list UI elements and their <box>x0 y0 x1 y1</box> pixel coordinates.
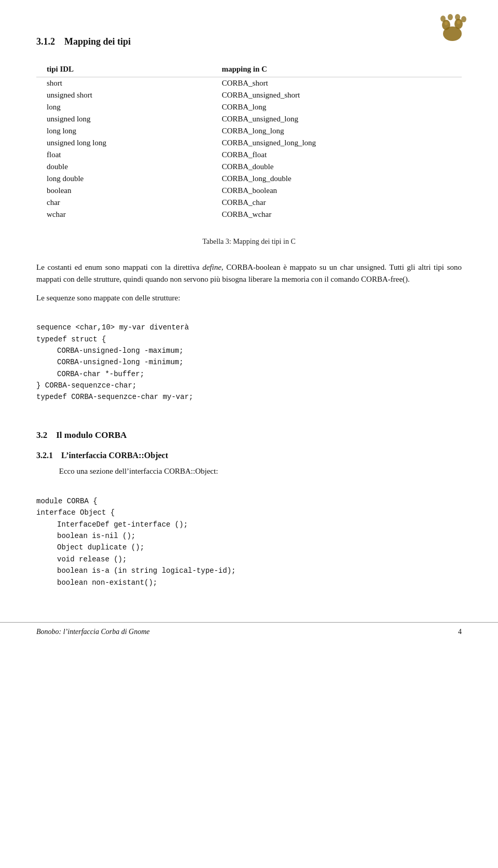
corba-code-block: module CORBA { interface Object { Interf… <box>36 484 462 600</box>
svg-point-4 <box>448 14 453 20</box>
page-wrapper: 3.1.2 Mapping dei tipi tipi IDL mapping … <box>0 0 498 652</box>
table-row: shortCORBA_short <box>36 77 462 90</box>
svg-point-5 <box>455 14 460 20</box>
idl-type-cell: unsigned short <box>36 89 211 101</box>
footer-page: 4 <box>458 628 462 636</box>
paragraph-1: Le costanti ed enum sono mappati con la … <box>36 261 462 286</box>
c-type-cell: CORBA_boolean <box>211 185 462 197</box>
c-type-cell: CORBA_long_long <box>211 125 462 137</box>
section-heading: 3.1.2 Mapping dei tipi <box>36 36 462 47</box>
table-row: longCORBA_long <box>36 101 462 113</box>
code-line-3: CORBA‑char *‑buffer; <box>57 370 144 378</box>
code-sequence: sequence <char,10> my‑var diventerà type… <box>36 310 462 415</box>
table-row: unsigned long longCORBA_unsigned_long_lo… <box>36 137 462 149</box>
code-line-1: CORBA‑unsigned‑long ‑maximum; <box>57 347 184 355</box>
corba-line-2: boolean is‑nil (); <box>57 532 135 540</box>
corba-line-1: InterfaceDef get‑interface (); <box>57 520 188 529</box>
c-type-cell: CORBA_long_double <box>211 173 462 185</box>
corba-line-5: boolean is‑a (in string logical‑type‑id)… <box>57 567 236 575</box>
footer: Bonobo: l’interfaccia Corba di Gnome 4 <box>0 622 498 641</box>
footer-title: Bonobo: l’interfaccia Corba di Gnome <box>36 628 150 636</box>
code-close: } CORBA‑sequenzce‑char; <box>36 381 136 390</box>
table-row: unsigned shortCORBA_unsigned_short <box>36 89 462 101</box>
typedef-struct: typedef struct { <box>36 335 106 343</box>
section-title: Mapping dei tipi <box>64 36 131 47</box>
col-header-c: mapping in C <box>211 63 462 77</box>
c-type-cell: CORBA_double <box>211 161 462 173</box>
table-row: long longCORBA_long_long <box>36 125 462 137</box>
corba-line-3: Object duplicate (); <box>57 543 144 552</box>
idl-type-cell: unsigned long <box>36 113 211 125</box>
c-type-cell: CORBA_float <box>211 149 462 161</box>
section-3-2-1-title: L’interfaccia CORBA::Object <box>61 451 168 460</box>
table-row: long doubleCORBA_long_double <box>36 173 462 185</box>
c-type-cell: CORBA_long <box>211 101 462 113</box>
idl-type-cell: char <box>36 197 211 209</box>
sequence-label: sequence <char,10> my‑var diventerà <box>36 323 189 332</box>
c-type-cell: CORBA_wchar <box>211 209 462 222</box>
idl-type-cell: wchar <box>36 209 211 222</box>
table-row: floatCORBA_float <box>36 149 462 161</box>
section-3-2-1-number: 3.2.1 <box>36 451 53 460</box>
table-caption: Tabella 3: Mapping dei tipi in C <box>36 238 462 246</box>
corba-line-4: void release (); <box>57 555 127 563</box>
c-type-cell: CORBA_short <box>211 77 462 90</box>
idl-type-cell: long <box>36 101 211 113</box>
svg-point-8 <box>457 21 460 24</box>
idl-type-cell: long long <box>36 125 211 137</box>
svg-point-7 <box>445 22 448 25</box>
table-row: unsigned longCORBA_unsigned_long <box>36 113 462 125</box>
section-3-2-number: 3.2 <box>36 430 47 440</box>
table-row: charCORBA_char <box>36 197 462 209</box>
table-row: booleanCORBA_boolean <box>36 185 462 197</box>
table-row: doubleCORBA_double <box>36 161 462 173</box>
c-type-cell: CORBA_char <box>211 197 462 209</box>
idl-type-cell: short <box>36 77 211 90</box>
c-type-cell: CORBA_unsigned_short <box>211 89 462 101</box>
col-header-idl: tipi IDL <box>36 63 211 77</box>
idl-type-cell: boolean <box>36 185 211 197</box>
c-type-cell: CORBA_unsigned_long <box>211 113 462 125</box>
paragraph-2: Le sequenze sono mappate con delle strut… <box>36 292 462 304</box>
section-3-2-title: Il modulo CORBA <box>56 430 127 440</box>
idl-type-cell: double <box>36 161 211 173</box>
typedef-end: typedef CORBA‑sequenzce‑char my‑var; <box>36 393 193 401</box>
gnome-logo-icon <box>436 10 469 44</box>
logo-area <box>436 10 472 47</box>
svg-point-6 <box>461 16 466 22</box>
corba-module: module CORBA { <box>36 497 98 505</box>
idl-type-cell: unsigned long long <box>36 137 211 149</box>
section-number: 3.1.2 <box>36 36 55 47</box>
c-type-cell: CORBA_unsigned_long_long <box>211 137 462 149</box>
code-line-2: CORBA‑unsigned‑long ‑minimum; <box>57 358 184 366</box>
corba-intro: Ecco una sezione dell’interfaccia CORBA:… <box>36 465 462 477</box>
table-row: wcharCORBA_wchar <box>36 209 462 222</box>
mapping-table: tipi IDL mapping in C shortCORBA_shortun… <box>36 63 462 222</box>
corba-line-6: boolean non‑existant(); <box>57 578 157 587</box>
idl-type-cell: float <box>36 149 211 161</box>
svg-point-3 <box>440 16 446 22</box>
idl-type-cell: long double <box>36 173 211 185</box>
section-3-2-1-heading: 3.2.1 L’interfaccia CORBA::Object <box>36 451 462 460</box>
corba-interface: interface Object { <box>36 508 115 517</box>
section-3-2-heading: 3.2 Il modulo CORBA <box>36 430 462 440</box>
